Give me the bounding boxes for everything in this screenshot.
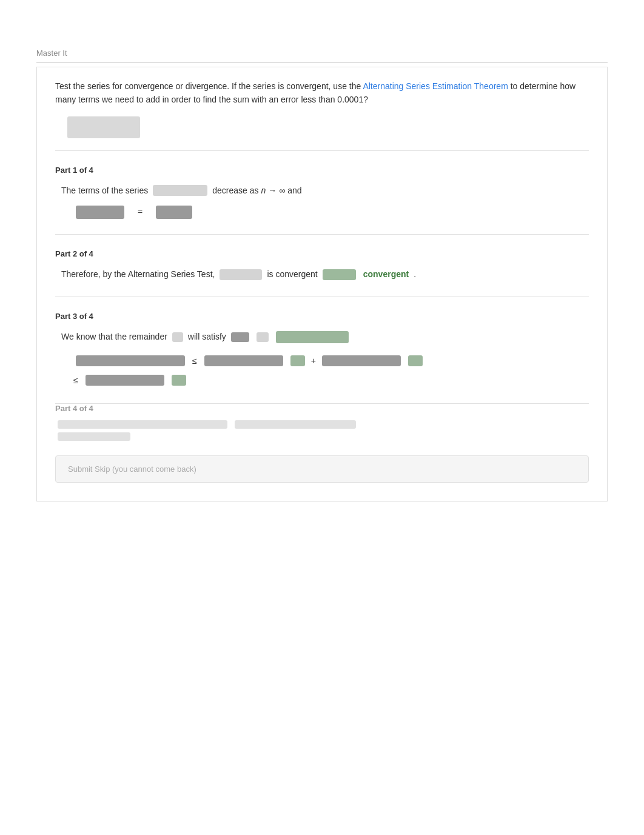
part-1-decrease: decrease as — [212, 183, 258, 198]
intro-paragraph: Test the series for convergence or diver… — [55, 79, 589, 107]
part-4-blurred-text2 — [58, 432, 130, 441]
part-3-eq-left — [76, 355, 185, 366]
part-3-section: Part 3 of 4 We know that the remainder w… — [55, 312, 589, 388]
part-4-blurred-formula — [235, 420, 356, 429]
part-1-section: Part 1 of 4 The terms of the series decr… — [55, 166, 589, 220]
separator-part2 — [55, 297, 589, 297]
page-wrapper: Master It Test the series for convergenc… — [0, 0, 644, 538]
part-2-label: Part 2 of 4 — [55, 249, 589, 258]
part-3-eq-mid — [204, 355, 283, 366]
separator-top — [55, 150, 589, 151]
part-2-prefix: Therefore, by the Alternating Series Tes… — [61, 267, 215, 282]
main-formula-image — [67, 116, 140, 138]
part-1-math-row: = — [73, 204, 583, 220]
master-it-label: Master It — [36, 49, 608, 63]
part-3-math-row1: ≤ + — [73, 352, 583, 369]
part-4-row — [55, 420, 589, 429]
part-3-satisfy-left — [231, 332, 249, 342]
part-2-period: . — [414, 267, 416, 282]
part-3-middle: will satisfy — [188, 329, 226, 344]
part-1-variable: n — [261, 183, 266, 198]
part-4-section: Part 4 of 4 — [55, 404, 589, 441]
part-3-eq-mid2 — [322, 355, 401, 366]
footer-bar: Submit Skip (you cannot come back) — [55, 455, 589, 483]
part-1-equals: = — [138, 204, 143, 220]
part-2-is-convergent: is convergent — [267, 267, 317, 282]
part-1-label: Part 1 of 4 — [55, 166, 589, 175]
part-2-label-text: Part 2 of 4 — [55, 249, 93, 258]
part-4-label: Part 4 of 4 — [55, 404, 589, 413]
part-1-row: The terms of the series decrease as n → … — [61, 183, 583, 198]
footer-text[interactable]: Submit Skip (you cannot come back) — [68, 464, 196, 474]
part-3-plus: + — [311, 352, 316, 369]
part-1-math-left — [76, 206, 124, 219]
main-formula-block — [67, 116, 589, 138]
part-2-convergent-word: convergent — [363, 267, 409, 282]
part-3-eq-green2 — [408, 355, 423, 366]
part-1-and: and — [287, 183, 301, 198]
part-3-row2-prefix: ≤ — [73, 372, 78, 389]
part-2-section: Part 2 of 4 Therefore, by the Alternatin… — [55, 249, 589, 282]
part-3-math-row2: ≤ — [73, 372, 583, 389]
part-3-label: Part 3 of 4 — [55, 312, 589, 321]
part-2-body: Therefore, by the Alternating Series Tes… — [55, 267, 589, 282]
part-1-label-text: Part 1 of 4 — [55, 166, 93, 175]
part-3-label-text: Part 3 of 4 — [55, 312, 93, 321]
part-3-satisfy-op — [257, 332, 269, 342]
part-3-blurred-math: ≤ + ≤ — [73, 352, 583, 389]
part-3-satisfy-formula — [276, 331, 349, 343]
intro-text-before: Test the series for convergence or diver… — [55, 81, 363, 91]
part-1-prefix: The terms of the series — [61, 183, 148, 198]
link-text: Alternating Series Estimation Theorem — [363, 81, 508, 91]
part-3-prefix: We know that the remainder — [61, 329, 167, 344]
part-1-arrow: → ∞ — [268, 183, 285, 198]
part-1-math-right — [156, 206, 192, 219]
master-it-text: Master It — [36, 49, 67, 58]
part-4-blurred-text — [58, 420, 227, 429]
part-1-body: The terms of the series decrease as n → … — [55, 183, 589, 220]
part-4-body — [55, 420, 589, 441]
part-3-row2-dark — [86, 375, 164, 386]
part-3-body: We know that the remainder will satisfy … — [55, 329, 589, 388]
alternating-series-link[interactable]: Alternating Series Estimation Theorem — [363, 81, 508, 91]
part-2-blurred-green — [323, 269, 356, 280]
part-3-leq: ≤ — [192, 352, 197, 369]
separator-part1 — [55, 234, 589, 235]
part-1-series-formula — [153, 185, 207, 196]
part-3-row2-green — [172, 375, 186, 386]
part-3-remainder-var — [172, 332, 183, 342]
part-4-label-text: Part 4 of 4 — [55, 404, 93, 413]
part-2-series-formula — [220, 269, 262, 280]
part-3-row: We know that the remainder will satisfy — [61, 329, 583, 344]
part-3-eq-green1 — [290, 355, 305, 366]
part-2-row: Therefore, by the Alternating Series Tes… — [61, 267, 583, 282]
main-content: Test the series for convergence or diver… — [36, 67, 608, 501]
part-4-row2 — [55, 432, 589, 441]
